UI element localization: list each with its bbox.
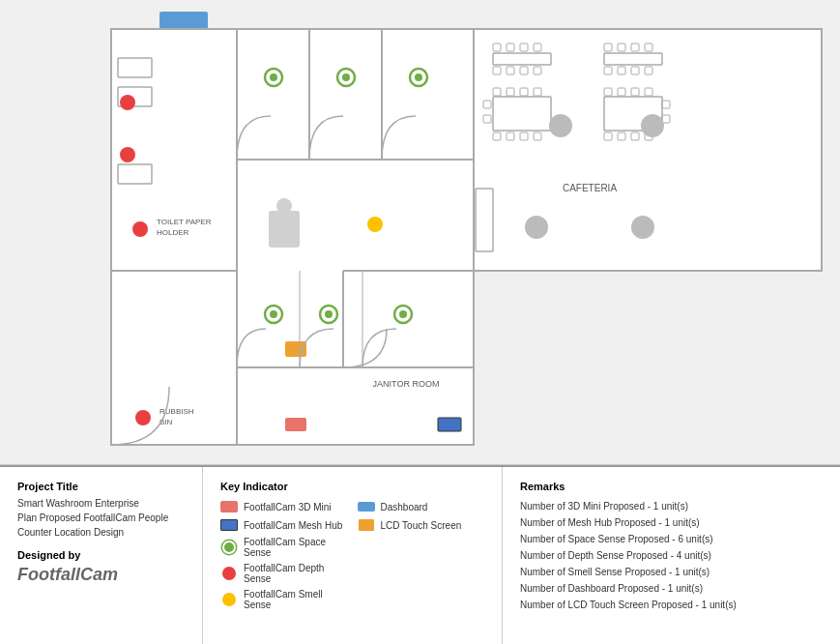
svg-text:CAFETERIA: CAFETERIA	[563, 183, 617, 193]
project-title-text: Smart Washroom Enterprise Plan Proposed …	[17, 496, 185, 540]
key-grid: FootfallCam 3D Mini Dashboard FootfallCa…	[220, 500, 484, 610]
brand-logo: FootfallCam	[17, 565, 185, 585]
svg-point-90	[399, 310, 407, 318]
svg-point-83	[120, 95, 135, 110]
key-icon-lcd	[358, 518, 375, 532]
svg-point-84	[120, 147, 135, 162]
remarks-label: Remarks	[520, 481, 823, 492]
main-container: CAFETERIA TOILET PAPER HOLDER RUBBISH BI…	[0, 0, 840, 644]
remark-line: Number of Space Sense Proposed - 6 unit(…	[520, 531, 823, 547]
svg-rect-73	[285, 341, 306, 357]
svg-point-80	[342, 73, 350, 81]
key-item-spacesense: FootfallCam Space Sense	[220, 537, 348, 558]
svg-point-66	[132, 221, 148, 237]
remarks-lines: Number of 3D Mini Proposed - 1 unit(s)Nu…	[520, 498, 823, 613]
svg-text:JANITOR ROOM: JANITOR ROOM	[373, 379, 440, 389]
floorplan-svg: CAFETERIA TOILET PAPER HOLDER RUBBISH BI…	[0, 0, 840, 464]
svg-point-60	[525, 216, 548, 239]
remark-line: Number of 3D Mini Proposed - 1 unit(s)	[520, 498, 823, 514]
remarks: Remarks Number of 3D Mini Proposed - 1 u…	[503, 467, 840, 644]
floorplan-area: CAFETERIA TOILET PAPER HOLDER RUBBISH BI…	[0, 0, 840, 465]
svg-rect-1	[159, 12, 208, 29]
remark-line: Number of Dashboard Proposed - 1 unit(s)	[520, 580, 823, 597]
svg-point-78	[270, 73, 277, 81]
key-icon-meshhub	[220, 518, 238, 532]
key-icon-depthsense	[220, 567, 238, 580]
svg-point-69	[135, 410, 151, 425]
key-icon-smellsense	[220, 593, 238, 606]
svg-point-59	[641, 114, 664, 137]
key-item-meshhub: FootfallCam Mesh Hub	[220, 518, 348, 532]
remark-line: Number of Smell Sense Proposed - 1 unit(…	[520, 564, 823, 580]
svg-point-82	[415, 73, 422, 81]
project-title-label: Project Title	[17, 481, 185, 492]
svg-text:TOILET PAPER: TOILET PAPER	[157, 218, 212, 226]
svg-rect-75	[285, 418, 306, 431]
svg-point-76	[367, 217, 383, 232]
svg-point-58	[549, 114, 572, 137]
key-icon-dashboard	[358, 500, 375, 513]
key-item-lcd: LCD Touch Screen	[358, 518, 485, 532]
svg-text:HOLDER: HOLDER	[157, 228, 189, 237]
svg-point-88	[325, 310, 333, 318]
key-item-dashboard: Dashboard	[358, 500, 485, 513]
key-item-depthsense: FootfallCam Depth Sense	[220, 563, 348, 584]
svg-point-86	[270, 310, 277, 318]
designed-by-label: Designed by	[17, 549, 185, 561]
key-icon-3dmini	[220, 500, 238, 513]
key-indicator: Key Indicator FootfallCam 3D Mini Dashbo…	[203, 467, 503, 644]
remark-line: Number of Depth Sense Proposed - 4 unit(…	[520, 547, 823, 564]
remark-line: Number of LCD Touch Screen Proposed - 1 …	[520, 597, 823, 613]
bottom-panel: Project Title Smart Washroom Enterprise …	[0, 465, 840, 644]
key-item-smellsense: FootfallCam Smell Sense	[220, 589, 348, 610]
key-icon-spacesense	[220, 541, 238, 554]
svg-point-65	[276, 198, 292, 214]
svg-rect-64	[269, 211, 300, 248]
key-indicator-label: Key Indicator	[220, 481, 484, 492]
svg-rect-74	[438, 418, 461, 431]
key-item-3dmini: FootfallCam 3D Mini	[220, 500, 348, 513]
project-info: Project Title Smart Washroom Enterprise …	[0, 467, 203, 644]
svg-point-61	[631, 216, 654, 239]
remark-line: Number of Mesh Hub Proposed - 1 unit(s)	[520, 514, 823, 531]
